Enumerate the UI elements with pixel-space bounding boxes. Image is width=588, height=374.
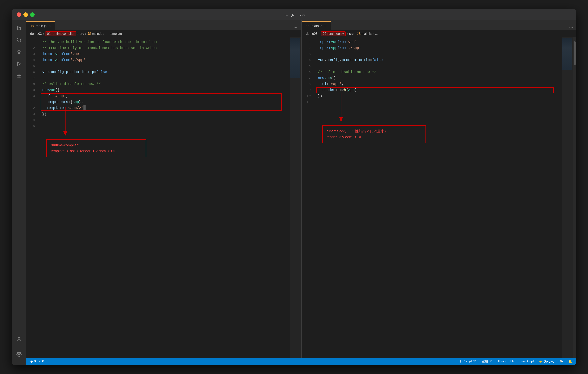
broadcast-icon[interactable]: 📡 (559, 360, 563, 364)
window-title: main.js — vue (283, 13, 305, 17)
right-code-line-3 (318, 51, 558, 57)
right-breadcrumb-src: src (349, 32, 353, 36)
breadcrumb-src: src (80, 32, 84, 36)
breadcrumb-template: template (110, 32, 122, 36)
activity-settings-icon[interactable] (15, 350, 23, 359)
status-language[interactable]: JavaScript (519, 360, 534, 363)
svg-rect-10 (19, 76, 21, 78)
right-code-area[interactable]: 12345 678910 11 import Vue from 'vue' im… (302, 37, 562, 358)
left-tab-main-js[interactable]: JS main.js ✕ (26, 21, 55, 30)
code-line-6: Vue.config.productionTip = false (42, 69, 286, 75)
traffic-lights (17, 12, 35, 17)
error-icon: ⊗ (30, 360, 33, 364)
svg-point-2 (18, 52, 20, 54)
right-tab-label: main.js (311, 24, 322, 28)
breadcrumb-mainjs: main.js (92, 32, 102, 36)
left-line-numbers: 12345 678910 1112131415 (26, 39, 38, 356)
left-code-content: // The Vue build version to load with th… (38, 39, 290, 356)
titlebar: main.js — vue (12, 9, 576, 20)
left-tab-label: main.js (36, 24, 47, 28)
vscode-window: main.js — vue (12, 9, 576, 365)
code-line-11: components: { App }, (42, 99, 286, 105)
left-annotation-box: runtime-compiler: template -> ast -> ren… (46, 139, 146, 157)
right-code-line-1: import Vue from 'vue' (318, 39, 558, 45)
code-line-7 (42, 75, 286, 81)
left-code-area[interactable]: 12345 678910 1112131415 // The Vue build… (26, 37, 290, 358)
status-bar: ⊗ 0 △ 0 行 12, 列 21 空格: 2 UTF-8 LF JavaSc… (26, 358, 576, 365)
code-line-2: // (runtime-only or standalone) has been… (42, 45, 286, 51)
right-breadcrumb-mainjs: main.js (361, 32, 372, 36)
code-line-9: new Vue({ (42, 87, 286, 93)
activity-source-control-icon[interactable] (15, 47, 23, 56)
activity-files-icon[interactable] (15, 23, 23, 32)
main-layout: JS main.js ✕ ⊡ ••• demo03 (12, 20, 576, 365)
code-line-10: el: '#app', (42, 93, 286, 99)
svg-point-4 (20, 50, 21, 51)
code-line-14 (42, 117, 286, 123)
right-code-line-6: /* eslint-disable no-new */ (318, 69, 558, 75)
status-errors[interactable]: ⊗ 0 △ 0 (30, 360, 44, 364)
svg-rect-9 (17, 76, 19, 78)
code-line-13: }) (42, 111, 286, 117)
right-minimap (562, 37, 573, 358)
error-count: 0 (34, 360, 36, 363)
right-annotation-box: runtime-only: （1.性能高 2.代码量小） render -> v… (322, 125, 426, 143)
js-file-icon: JS (30, 24, 34, 28)
activity-extensions-icon[interactable] (15, 71, 23, 80)
left-tab-close-icon[interactable]: ✕ (48, 24, 51, 28)
activity-search-icon[interactable] (15, 35, 23, 44)
status-position[interactable]: 行 12, 列 21 (460, 359, 477, 364)
status-left: ⊗ 0 △ 0 (30, 360, 44, 364)
code-line-4: import App from './App' (42, 57, 286, 63)
svg-rect-7 (17, 74, 19, 76)
right-js-file-icon: JS (306, 24, 310, 28)
activity-bar (12, 20, 26, 365)
right-annotation-line2: render -> v-dom -> UI (327, 134, 421, 140)
maximize-button[interactable] (30, 12, 35, 17)
left-annotation-line1: runtime-compiler: (51, 142, 142, 148)
go-live-button[interactable]: ⚡ Go Live (539, 360, 555, 364)
minimize-button[interactable] (23, 12, 28, 17)
right-breadcrumb-js-icon: JS (357, 32, 361, 36)
right-tab-bar: JS main.js ✕ ••• (302, 20, 576, 30)
left-editor-pane: JS main.js ✕ ⊡ ••• demo03 (26, 20, 301, 358)
right-editor-pane: JS main.js ✕ ••• demo03 › (302, 20, 576, 358)
code-line-5 (42, 63, 286, 69)
svg-marker-16 (339, 117, 343, 122)
close-button[interactable] (17, 12, 21, 17)
code-line-1: // The Vue build version to load with th… (42, 39, 286, 45)
notification-icon[interactable]: 🔔 (568, 360, 572, 364)
right-scrollbar[interactable] (573, 37, 576, 358)
activity-run-icon[interactable] (15, 59, 23, 68)
editor-area: JS main.js ✕ ⊡ ••• demo03 (26, 20, 576, 365)
code-line-3: import Vue from 'vue' (42, 51, 286, 57)
status-line-ending[interactable]: LF (510, 360, 514, 363)
right-breadcrumb-folder-highlight: 02-runtimeonly (321, 31, 346, 36)
breadcrumb-js-icon: JS (87, 32, 91, 36)
right-code-line-2: import App from './App' (318, 45, 558, 51)
code-line-8: /* eslint-disable no-new */ (42, 81, 286, 87)
left-breadcrumb: demo03 › 01-runtimecompiler › src › JS m… (26, 30, 301, 37)
left-tab-actions: ⊡ ••• (285, 26, 301, 30)
right-code-line-9: render: h => h(App) (318, 87, 558, 93)
breadcrumb-demo03: demo03 (30, 32, 42, 36)
right-tab-main-js[interactable]: JS main.js ✕ (302, 21, 331, 30)
code-line-12: template: '<App/>' (42, 105, 286, 111)
right-code-line-7: new Vue({ (318, 75, 558, 81)
status-encoding[interactable]: UTF-8 (496, 360, 505, 363)
status-spaces[interactable]: 空格: 2 (482, 359, 492, 364)
right-breadcrumb: demo03 › 02-runtimeonly › src › JS main.… (302, 30, 576, 37)
right-code-line-11 (318, 99, 558, 105)
activity-account-icon[interactable] (15, 335, 23, 344)
code-line-15 (42, 123, 286, 129)
right-breadcrumb-ellipsis: ... (375, 32, 378, 36)
split-editor-icon[interactable]: ⊡ (289, 26, 292, 30)
right-tab-actions: ••• (566, 26, 576, 30)
svg-line-1 (20, 41, 21, 42)
right-tab-close-icon[interactable]: ✕ (324, 24, 327, 28)
right-scrollbar-thumb (574, 41, 576, 65)
right-breadcrumb-demo03: demo03 (306, 32, 318, 36)
right-more-actions-icon[interactable]: ••• (569, 26, 573, 30)
more-actions-icon[interactable]: ••• (294, 26, 297, 30)
svg-rect-8 (19, 74, 21, 76)
